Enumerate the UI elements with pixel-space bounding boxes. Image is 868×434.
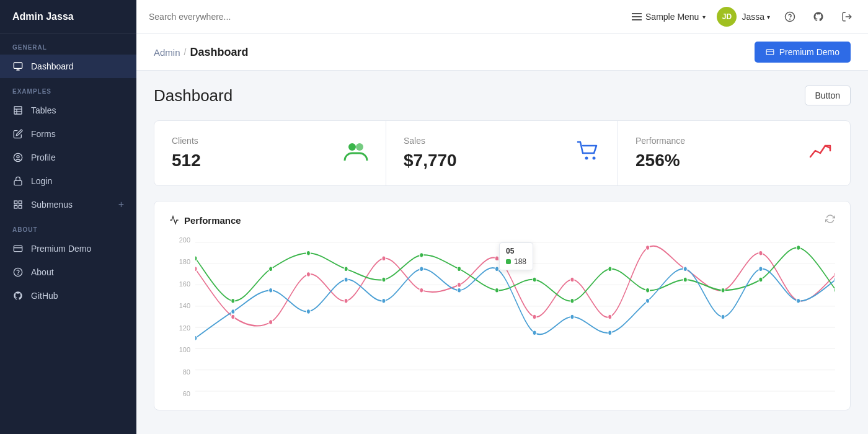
svg-point-72 <box>231 309 235 314</box>
svg-rect-12 <box>14 205 17 208</box>
stat-card-sales: Sales $7,770 <box>386 121 618 185</box>
svg-point-87 <box>797 298 800 303</box>
breadcrumb-current: Dashboard <box>190 46 248 59</box>
help-icon[interactable] <box>781 8 799 25</box>
svg-point-62 <box>533 277 536 282</box>
svg-point-63 <box>570 298 574 303</box>
svg-point-80 <box>533 330 536 335</box>
premium-btn-label: Premium Demo <box>779 47 839 57</box>
edit-icon <box>12 128 24 140</box>
stat-label: Performance <box>636 136 685 146</box>
svg-point-42 <box>458 283 461 288</box>
svg-rect-0 <box>14 63 22 68</box>
svg-point-41 <box>420 288 423 293</box>
sidebar-item-label-profile: Profile <box>31 153 124 162</box>
svg-point-77 <box>420 267 423 272</box>
svg-point-67 <box>721 288 725 293</box>
y-axis-label: 100 <box>169 346 195 353</box>
premium-demo-button[interactable]: Premium Demo <box>755 42 851 63</box>
svg-point-82 <box>608 330 612 335</box>
svg-point-8 <box>17 156 19 158</box>
svg-point-76 <box>382 298 386 303</box>
topbar: Sample Menu ▾ JD Jassa ▾ <box>136 0 868 34</box>
add-submenu-icon[interactable]: + <box>118 199 124 210</box>
user-avatar: JD <box>717 7 737 27</box>
svg-point-75 <box>344 277 348 282</box>
svg-rect-9 <box>14 180 22 185</box>
svg-point-57 <box>344 267 348 272</box>
sidebar: Admin Jassa GeneralDashboardExamplesTabl… <box>0 0 136 434</box>
svg-point-60 <box>458 267 461 272</box>
user-circle-icon <box>12 152 24 163</box>
svg-point-37 <box>269 320 273 325</box>
sidebar-item-profile[interactable]: Profile <box>0 146 136 169</box>
y-axis-label: 140 <box>169 302 195 309</box>
topbar-right: Sample Menu ▾ JD Jassa ▾ <box>632 7 856 27</box>
user-name-label: Jassa <box>742 12 764 22</box>
sample-menu[interactable]: Sample Menu ▾ <box>632 12 706 22</box>
stat-cards: Clients 512 Sales $7,770 Performance 256… <box>154 120 851 186</box>
user-name-btn[interactable]: Jassa ▾ <box>742 12 770 22</box>
chart-svg <box>195 236 835 397</box>
svg-rect-10 <box>14 201 17 204</box>
sidebar-item-forms[interactable]: Forms <box>0 122 136 146</box>
svg-point-17 <box>18 274 19 275</box>
stat-icon-performance <box>808 140 833 167</box>
stat-value: 512 <box>172 151 201 170</box>
svg-point-55 <box>269 267 273 272</box>
sidebar-item-label-tables: Tables <box>31 105 124 115</box>
breadcrumb-parent[interactable]: Admin <box>154 47 180 58</box>
sidebar-section-general: General <box>0 34 136 55</box>
sidebar-item-label-dashboard: Dashboard <box>31 61 124 71</box>
sidebar-item-about[interactable]: About <box>0 260 136 284</box>
credit-card-icon <box>12 243 24 254</box>
svg-rect-21 <box>766 50 774 55</box>
svg-point-56 <box>306 250 310 255</box>
y-axis-label: 80 <box>169 368 195 376</box>
perf-header: Performance <box>169 214 835 226</box>
svg-point-24 <box>356 143 363 151</box>
svg-point-36 <box>231 314 235 319</box>
sidebar-item-login[interactable]: Login <box>0 169 136 193</box>
performance-icon <box>169 215 179 225</box>
help-circle-icon <box>12 267 24 278</box>
sidebar-item-submenus[interactable]: Submenus+ <box>0 193 136 216</box>
svg-point-83 <box>646 298 650 303</box>
svg-point-74 <box>306 309 310 314</box>
stat-info: Clients 512 <box>172 136 201 170</box>
user-section: JD Jassa ▾ <box>717 7 770 27</box>
hamburger-icon <box>632 13 642 20</box>
svg-point-86 <box>759 267 763 272</box>
github-topbar-icon[interactable] <box>810 8 827 25</box>
stat-card-clients: Clients 512 <box>154 121 386 185</box>
perf-title: Performance <box>169 215 241 226</box>
svg-point-59 <box>420 253 423 258</box>
svg-point-46 <box>608 314 612 319</box>
sidebar-item-tables[interactable]: Tables <box>0 99 136 122</box>
generic-button[interactable]: Button <box>805 86 851 105</box>
stat-info: Performance 256% <box>636 136 685 170</box>
sidebar-item-dashboard[interactable]: Dashboard <box>0 55 136 78</box>
table-icon <box>12 105 24 116</box>
search-input[interactable] <box>149 12 622 22</box>
sidebar-item-github[interactable]: GitHub <box>0 284 136 308</box>
sidebar-item-premium-demo[interactable]: Premium Demo <box>0 237 136 260</box>
sidebar-section-examples: Examples <box>0 78 136 99</box>
y-axis-label: 180 <box>169 258 195 265</box>
refresh-icon[interactable] <box>825 214 835 226</box>
github-icon <box>12 290 24 301</box>
sidebar-logo: Admin Jassa <box>0 0 136 34</box>
logout-icon[interactable] <box>838 8 856 25</box>
svg-point-71 <box>195 335 197 340</box>
svg-point-44 <box>533 314 536 319</box>
stat-label: Clients <box>172 136 201 146</box>
svg-point-50 <box>759 250 763 255</box>
svg-point-54 <box>231 298 235 303</box>
stat-card-performance: Performance 256% <box>618 121 850 185</box>
lock-icon <box>12 175 24 187</box>
svg-point-38 <box>306 272 310 277</box>
chart-area: 2001801601401201008060 05 188 <box>169 236 835 397</box>
svg-point-70 <box>834 288 835 293</box>
sidebar-item-label-forms: Forms <box>31 129 124 139</box>
svg-rect-11 <box>19 201 22 204</box>
